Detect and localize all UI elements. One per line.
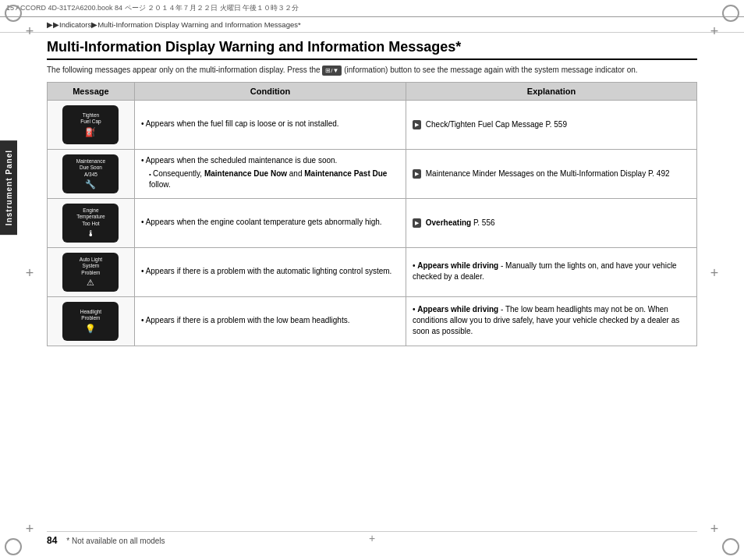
- explanation-cell-5: Appears while driving - The low beam hea…: [406, 297, 697, 346]
- display-icon-4: Auto LightSystemProblem ⚠: [62, 253, 119, 292]
- ref-link-1: ▶ Check/Tighten Fuel Cap Message P. 559: [413, 120, 567, 129]
- ref-icon-2: ▶: [413, 169, 421, 179]
- corner-circle-tr: [722, 5, 739, 22]
- col-header-message: Message: [48, 83, 135, 101]
- page-number: 84: [47, 535, 57, 546]
- overheating-label: Overheating: [426, 218, 471, 227]
- table-row: MaintenanceDue SoonA/345 🔧 Appears when …: [48, 150, 697, 199]
- display-icon-1: TightenFuel Cap ⛽: [62, 105, 119, 144]
- center-crosshair: +: [369, 532, 375, 544]
- condition-item-1: Appears when the fuel fill cap is loose …: [141, 119, 399, 129]
- explanation-cell-4: Appears while driving - Manually turn th…: [406, 248, 697, 297]
- ref-link-3: ▶ Overheating P. 556: [413, 218, 495, 227]
- icon-text-4: Auto LightSystemProblem: [80, 257, 102, 276]
- message-cell-3: EngineTemperatureToo Hot 🌡: [48, 199, 135, 248]
- condition-cell-2: Appears when the scheduled maintenance i…: [134, 150, 406, 199]
- header-bar: 15 ACCORD 4D-31T2A6200.book 84 ページ ２０１４年…: [0, 0, 744, 17]
- display-icon-3: EngineTemperatureToo Hot 🌡: [62, 204, 119, 243]
- condition-list-1: Appears when the fuel fill cap is loose …: [141, 119, 399, 129]
- table-row: HeadlightProblem 💡 Appears if there is a…: [48, 297, 697, 346]
- icon-symbol-5: 💡: [85, 324, 96, 334]
- condition-item-4: Appears if there is a problem with the a…: [141, 266, 399, 277]
- appears-while-driving-5: Appears while driving: [417, 305, 498, 314]
- condition-cell-3: Appears when the engine coolant temperat…: [134, 199, 406, 248]
- condition-item-3: Appears when the engine coolant temperat…: [141, 217, 399, 228]
- table-row: EngineTemperatureToo Hot 🌡 Appears when …: [48, 199, 697, 248]
- condition-list-4: Appears if there is a problem with the a…: [141, 266, 399, 277]
- explanation-cell-2: ▶ Maintenance Minder Messages on the Mul…: [406, 150, 697, 199]
- explanation-item-5: Appears while driving - The low beam hea…: [413, 304, 690, 337]
- ref-link-2: ▶ Maintenance Minder Messages on the Mul…: [413, 169, 670, 178]
- crosshair-br: [707, 521, 722, 537]
- message-cell-4: Auto LightSystemProblem ⚠: [48, 248, 135, 297]
- ref-icon-1: ▶: [413, 120, 421, 129]
- corner-circle-bl: [5, 538, 22, 555]
- crosshair-bl: [22, 521, 37, 537]
- display-icon-5: HeadlightProblem 💡: [62, 302, 119, 341]
- icon-text-5: HeadlightProblem: [80, 309, 101, 322]
- explanation-cell-3: ▶ Overheating P. 556: [406, 199, 697, 248]
- corner-circle-tl: [5, 5, 22, 22]
- explanation-list-4: Appears while driving - Manually turn th…: [413, 261, 690, 282]
- icon-text-3: EngineTemperatureToo Hot: [76, 207, 105, 227]
- condition-item-5: Appears if there is a problem with the l…: [141, 315, 399, 326]
- breadcrumb: ▶▶Indicators▶Multi-Information Display W…: [0, 17, 744, 33]
- icon-symbol-2: 🔧: [85, 179, 96, 190]
- corner-circle-br: [722, 538, 739, 555]
- bold-text-2: Maintenance Past Due: [304, 169, 387, 178]
- icon-symbol-4: ⚠: [87, 278, 94, 288]
- page-content: Multi-Information Display Warning and In…: [0, 33, 744, 353]
- col-header-explanation: Explanation: [406, 83, 697, 101]
- table-row: Auto LightSystemProblem ⚠ Appears if the…: [48, 248, 697, 297]
- intro-text: The following messages appear only on th…: [47, 65, 697, 76]
- condition-item-2a: Appears when the scheduled maintenance i…: [141, 155, 399, 166]
- bold-text-1: Maintenance Due Now: [204, 169, 287, 178]
- page-title: Multi-Information Display Warning and In…: [47, 39, 697, 60]
- info-table: Message Condition Explanation TightenFue…: [47, 82, 697, 346]
- condition-list-2: Appears when the scheduled maintenance i…: [141, 155, 399, 190]
- message-cell-2: MaintenanceDue SoonA/345 🔧: [48, 150, 135, 199]
- condition-list-3: Appears when the engine coolant temperat…: [141, 217, 399, 228]
- file-info: 15 ACCORD 4D-31T2A6200.book 84 ページ ２０１４年…: [6, 3, 299, 13]
- explanation-cell-1: ▶ Check/Tighten Fuel Cap Message P. 559: [406, 101, 697, 150]
- explanation-list-5: Appears while driving - The low beam hea…: [413, 304, 690, 337]
- col-header-condition: Condition: [134, 83, 406, 101]
- condition-cell-1: Appears when the fuel fill cap is loose …: [134, 101, 406, 150]
- table-row: TightenFuel Cap ⛽ Appears when the fuel …: [48, 101, 697, 150]
- icon-symbol-1: ⛽: [85, 127, 96, 137]
- footnote-text: * Not available on all models: [66, 537, 165, 545]
- appears-while-driving-4: Appears while driving: [417, 261, 498, 270]
- display-icon-2: MaintenanceDue SoonA/345 🔧: [62, 154, 119, 193]
- message-cell-5: HeadlightProblem 💡: [48, 297, 135, 346]
- message-cell-1: TightenFuel Cap ⛽: [48, 101, 135, 150]
- info-button-inline: ⊞/▼: [322, 66, 342, 76]
- icon-symbol-3: 🌡: [87, 229, 95, 239]
- icon-text-1: TightenFuel Cap: [80, 112, 101, 126]
- condition-cell-4: Appears if there is a problem with the a…: [134, 248, 406, 297]
- condition-cell-5: Appears if there is a problem with the l…: [134, 297, 406, 346]
- explanation-item-4: Appears while driving - Manually turn th…: [413, 261, 690, 282]
- condition-item-2b: Consequently, Maintenance Due Now and Ma…: [141, 168, 399, 190]
- icon-text-2: MaintenanceDue SoonA/345: [76, 158, 105, 178]
- condition-list-5: Appears if there is a problem with the l…: [141, 315, 399, 326]
- ref-icon-3: ▶: [413, 218, 421, 228]
